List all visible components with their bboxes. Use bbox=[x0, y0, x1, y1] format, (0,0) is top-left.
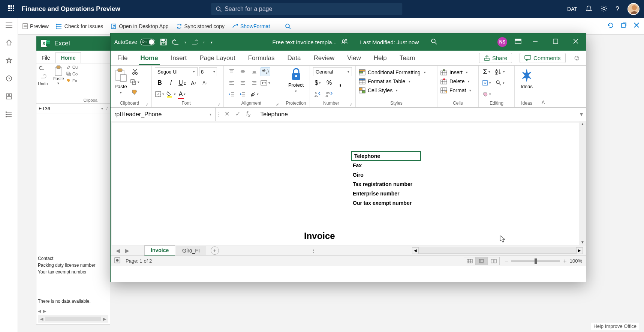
settings-icon[interactable] bbox=[601, 5, 607, 13]
font-size-dropdown[interactable]: 8▾ bbox=[199, 67, 217, 76]
app-launcher-icon[interactable] bbox=[4, 5, 18, 13]
scroll-up-icon[interactable]: ▲ bbox=[581, 122, 584, 126]
show-format-button[interactable]: ShowFormat bbox=[232, 23, 270, 29]
increase-decimal-icon[interactable]: .0.00 bbox=[313, 90, 323, 99]
collapse-ribbon-icon[interactable]: ᐱ bbox=[542, 100, 545, 105]
increase-indent-icon[interactable] bbox=[238, 90, 248, 99]
tab-data[interactable]: Data bbox=[286, 51, 303, 65]
sheet-tab-giro-fi[interactable]: Giro_FI bbox=[176, 246, 206, 255]
sheet-menu-icon[interactable]: ⋮ bbox=[311, 248, 316, 254]
zoom-slider[interactable] bbox=[511, 260, 560, 262]
recent-icon[interactable] bbox=[6, 75, 12, 83]
undo-icon[interactable] bbox=[172, 39, 181, 45]
fx-icon[interactable]: fx bbox=[246, 110, 250, 118]
tab-file[interactable]: File bbox=[116, 51, 129, 65]
protect-button[interactable]: Protect ▾ bbox=[288, 67, 304, 94]
cell-giro[interactable]: Giro bbox=[353, 172, 364, 178]
maximize-icon[interactable] bbox=[549, 39, 562, 45]
zoom-in-icon[interactable]: + bbox=[563, 258, 566, 264]
format-painter-icon[interactable] bbox=[130, 88, 140, 97]
rail-hamburger-icon[interactable] bbox=[6, 23, 12, 29]
alignment-launcher-icon[interactable]: ⤢ bbox=[276, 102, 279, 107]
increase-font-icon[interactable]: A↑ bbox=[189, 78, 198, 87]
bold-icon[interactable]: B bbox=[155, 78, 165, 87]
horizontal-scrollbar[interactable]: ◀ ▶ bbox=[412, 247, 583, 254]
merge-center-icon[interactable] bbox=[261, 78, 270, 87]
zoom-out-icon[interactable]: − bbox=[505, 258, 508, 264]
tab-help[interactable]: Help bbox=[372, 51, 388, 65]
decrease-indent-icon[interactable] bbox=[227, 90, 237, 99]
cancel-formula-icon[interactable]: ✕ bbox=[225, 110, 229, 118]
align-right-icon[interactable] bbox=[249, 78, 259, 87]
user-badge[interactable]: NS bbox=[497, 37, 507, 47]
tab-review[interactable]: Review bbox=[312, 51, 336, 65]
redo-icon[interactable] bbox=[190, 39, 199, 45]
selected-cell[interactable]: Telephone bbox=[351, 151, 421, 161]
popout-icon[interactable] bbox=[621, 22, 627, 30]
tab-page-layout[interactable]: Page Layout bbox=[198, 51, 237, 65]
find-select-icon[interactable] bbox=[495, 78, 505, 87]
sheet-nav-next-icon[interactable]: ▶ bbox=[123, 248, 132, 254]
page-layout-view-icon[interactable] bbox=[476, 257, 488, 265]
autosave-switch[interactable]: On bbox=[140, 39, 155, 45]
percent-icon[interactable]: % bbox=[324, 78, 334, 87]
ideas-button[interactable]: Ideas bbox=[520, 67, 533, 90]
number-format-dropdown[interactable]: General▾ bbox=[313, 67, 352, 76]
open-desktop-button[interactable]: Open in Desktop App bbox=[111, 23, 168, 29]
global-search[interactable]: Search for a page bbox=[211, 3, 402, 15]
redo-dropdown[interactable]: ▾ bbox=[203, 40, 205, 44]
fill-icon[interactable] bbox=[482, 78, 491, 87]
borders-icon[interactable] bbox=[155, 90, 165, 99]
help-icon[interactable]: ? bbox=[616, 5, 619, 13]
align-top-icon[interactable] bbox=[227, 67, 237, 76]
ribbon-display-icon[interactable] bbox=[515, 39, 521, 45]
hscroll-left-icon[interactable]: ◀ bbox=[412, 247, 419, 254]
qat-customize-icon[interactable]: ▾ bbox=[211, 40, 213, 44]
check-issues-button[interactable]: Check for issues bbox=[56, 23, 103, 29]
home-icon[interactable] bbox=[6, 39, 12, 47]
save-icon[interactable] bbox=[159, 38, 168, 46]
underline-icon[interactable]: U bbox=[177, 78, 187, 87]
tab-insert[interactable]: Insert bbox=[169, 51, 189, 65]
cell-our-tax-exempt[interactable]: Our tax exempt number bbox=[353, 200, 412, 206]
cut-icon[interactable] bbox=[130, 67, 140, 76]
bg-name-box[interactable]: ET36 ▾ f bbox=[36, 104, 110, 114]
italic-icon[interactable]: I bbox=[166, 78, 176, 87]
scroll-down-icon[interactable]: ▼ bbox=[581, 240, 584, 244]
normal-view-icon[interactable] bbox=[464, 257, 476, 265]
insert-cells-button[interactable]: Insert bbox=[440, 69, 468, 76]
conditional-formatting-button[interactable]: Conditional Formatting bbox=[359, 69, 426, 76]
sort-filter-icon[interactable]: AZ bbox=[495, 67, 505, 76]
sheet-tab-invoice[interactable]: Invoice bbox=[144, 245, 175, 255]
workspaces-icon[interactable] bbox=[6, 93, 12, 101]
cell-tax-reg[interactable]: Tax registration number bbox=[353, 181, 412, 187]
name-box[interactable]: rptHeader_Phone ▾ bbox=[111, 108, 216, 121]
share-button[interactable]: Share bbox=[479, 53, 512, 63]
font-launcher-icon[interactable]: ⤢ bbox=[217, 102, 220, 107]
vertical-scrollbar[interactable]: ▲ ▼ bbox=[579, 121, 586, 245]
bg-tab-home[interactable]: Home bbox=[55, 52, 81, 63]
modules-icon[interactable] bbox=[6, 111, 12, 119]
format-cells-button[interactable]: Format bbox=[440, 87, 471, 94]
sheet-nav-prev-icon[interactable]: ◀ bbox=[114, 248, 122, 254]
tab-view[interactable]: View bbox=[346, 51, 362, 65]
minimize-icon[interactable] bbox=[529, 39, 542, 45]
feedback-icon[interactable]: ☺ bbox=[573, 54, 581, 62]
font-color-icon[interactable]: A bbox=[177, 90, 187, 99]
page-break-view-icon[interactable] bbox=[488, 257, 500, 265]
number-launcher-icon[interactable]: ⤢ bbox=[349, 102, 352, 107]
close-window-icon[interactable] bbox=[569, 39, 582, 45]
help-improve-link[interactable]: Help Improve Office bbox=[591, 323, 639, 330]
wrap-text-icon[interactable]: ab bbox=[261, 67, 270, 76]
bg-tab-file[interactable]: File bbox=[36, 53, 55, 63]
titlebar-search-icon[interactable] bbox=[431, 38, 437, 46]
comma-icon[interactable]: , bbox=[335, 78, 345, 87]
cell-enterprise[interactable]: Enterprise number bbox=[353, 191, 399, 197]
cell-styles-button[interactable]: Cell Styles bbox=[359, 87, 398, 94]
undo-dropdown[interactable]: ▾ bbox=[184, 40, 186, 44]
preview-button[interactable]: Preview bbox=[22, 23, 49, 29]
formula-input[interactable]: Telephone bbox=[256, 111, 577, 118]
tab-home[interactable]: Home bbox=[139, 51, 159, 65]
autosave-toggle[interactable]: AutoSave On bbox=[114, 39, 155, 45]
comments-button[interactable]: Comments bbox=[520, 53, 566, 63]
